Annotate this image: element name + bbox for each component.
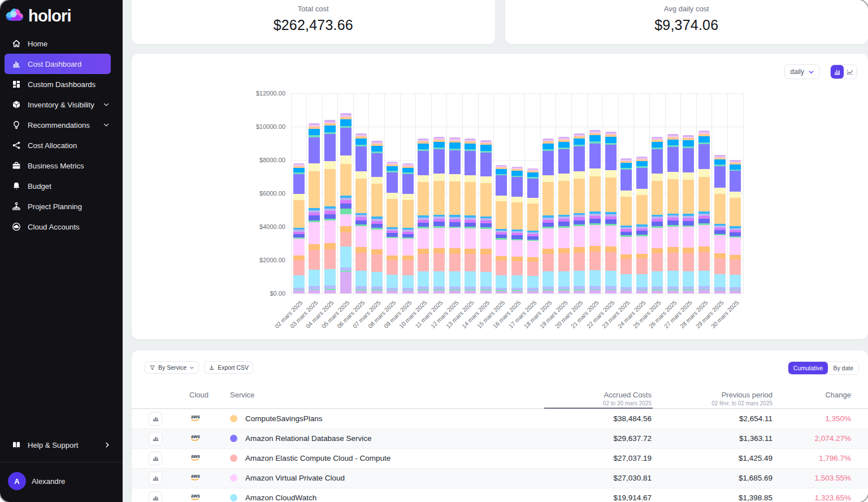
bar-segment-amazon-virtual-private-cloud	[387, 238, 398, 255]
row-chart-button[interactable]	[149, 452, 162, 465]
bar-20-mars-2025[interactable]	[574, 133, 585, 293]
x-gridline	[462, 93, 463, 293]
bar-segment-other-12	[605, 137, 617, 143]
bar-segment-other-4	[433, 248, 445, 254]
bar-24-mars-2025[interactable]	[636, 157, 648, 293]
chevron-down-icon	[102, 101, 110, 109]
bar-segment-other-4	[355, 247, 367, 253]
bar-02-mars-2025[interactable]	[293, 163, 305, 293]
bar-segment-amazon-cloudwatch	[324, 269, 336, 285]
sidebar-item-custom-dashboards[interactable]: Custom Dashboards	[0, 74, 123, 94]
previous-period-value: $1,685.69	[652, 474, 772, 482]
sidebar-item-cost-dashboard[interactable]: Cost Dashboard	[5, 54, 111, 74]
total-cost-value: $262,473.66	[132, 17, 495, 33]
brand-logo[interactable]: holori	[0, 0, 123, 31]
bar-segment-computesavingsplans	[698, 177, 710, 212]
bar-12-mars-2025[interactable]	[449, 137, 461, 293]
bar-segment-amazon-relational-database-service	[449, 150, 461, 175]
bar-segment-amazon-cloudwatch	[418, 271, 429, 286]
bar-23-mars-2025[interactable]	[620, 158, 632, 293]
bar-chart-toggle-button[interactable]	[831, 65, 844, 79]
bar-05-mars-2025[interactable]	[340, 113, 351, 293]
table-row-amazon-cloudwatch: awsAmazon CloudWatch$19,914.67$1,398.851…	[132, 488, 868, 502]
bar-segment-other-12	[465, 144, 476, 149]
bar-06-mars-2025[interactable]	[355, 133, 367, 293]
bar-17-mars-2025[interactable]	[527, 168, 539, 293]
bar-10-mars-2025[interactable]	[418, 139, 429, 293]
bar-segment-amazon-cloudwatch	[605, 271, 617, 286]
bar-30-mars-2025[interactable]	[730, 160, 741, 293]
group-by-service-button[interactable]: By Service	[145, 361, 199, 374]
bar-08-mars-2025[interactable]	[387, 162, 398, 293]
bar-segment-amazon-virtual-private-cloud	[449, 228, 461, 248]
bar-segment-amazon-virtual-private-cloud	[558, 228, 570, 248]
avg-daily-cost-label: Avg daily cost	[505, 5, 868, 13]
bar-18-mars-2025[interactable]	[542, 139, 554, 293]
bar-13-mars-2025[interactable]	[465, 139, 476, 293]
bar-03-mars-2025[interactable]	[309, 123, 320, 293]
bar-14-mars-2025[interactable]	[480, 140, 492, 293]
bar-segment-other-4	[324, 243, 336, 249]
by-date-tab[interactable]: By date	[828, 362, 858, 374]
bar-segment-amazon-relational-database-service	[527, 179, 539, 198]
sidebar-item-recommendations[interactable]: Recommendations	[0, 115, 123, 135]
bar-26-mars-2025[interactable]	[667, 134, 679, 293]
x-gridline	[540, 93, 541, 293]
row-chart-button[interactable]	[149, 412, 162, 426]
bar-chart-icon	[12, 59, 21, 68]
bar-22-mars-2025[interactable]	[605, 132, 617, 293]
bar-segment-other-1	[402, 291, 414, 293]
service-color-dot	[230, 415, 237, 422]
bar-segment-other-12	[480, 145, 492, 150]
row-chart-button[interactable]	[149, 432, 162, 445]
cumulative-tab[interactable]: Cumulative	[788, 362, 828, 374]
sidebar-item-help-support[interactable]: Help & Support	[0, 435, 123, 455]
bar-16-mars-2025[interactable]	[511, 167, 523, 293]
bar-28-mars-2025[interactable]	[698, 131, 710, 293]
bar-segment-other-4	[480, 249, 492, 254]
bar-segment-other-10	[527, 198, 539, 204]
bar-segment-other-12	[527, 172, 539, 177]
sidebar-item-inventory-visibility[interactable]: Inventory & Visibility	[0, 94, 123, 115]
bar-15-mars-2025[interactable]	[496, 165, 507, 293]
bar-29-mars-2025[interactable]	[714, 155, 726, 293]
bar-segment-other-1	[511, 291, 523, 293]
bar-segment-computesavingsplans	[340, 164, 351, 196]
sidebar: holori HomeCost DashboardCustom Dashboar…	[0, 0, 123, 502]
col-change[interactable]: Change	[772, 391, 851, 400]
x-gridline	[478, 93, 479, 293]
bar-segment-other-1	[636, 291, 648, 293]
sidebar-item-cloud-accounts[interactable]: Cloud Accounts	[0, 217, 123, 237]
sidebar-item-project-planning[interactable]: Project Planning	[0, 196, 123, 217]
col-previous[interactable]: Previous period	[652, 391, 772, 400]
sidebar-item-budget[interactable]: Budget	[0, 176, 123, 196]
bar-segment-other-10	[324, 161, 336, 169]
bar-segment-other-4	[527, 257, 539, 262]
bar-21-mars-2025[interactable]	[589, 130, 601, 293]
sidebar-item-business-metrics[interactable]: Business Metrics	[0, 155, 123, 176]
bar-04-mars-2025[interactable]	[324, 120, 336, 293]
bar-09-mars-2025[interactable]	[402, 163, 414, 293]
change-value: 1,503.55%	[772, 474, 851, 482]
cube-icon	[12, 100, 21, 109]
bar-25-mars-2025[interactable]	[652, 137, 663, 293]
export-csv-button[interactable]: Export CSV	[204, 361, 253, 374]
sidebar-item-home[interactable]: Home	[0, 33, 123, 54]
col-accrued[interactable]: Accrued Costs	[488, 391, 652, 400]
book-icon	[12, 440, 21, 449]
sidebar-item-cost-allocation[interactable]: Cost Allocation	[0, 135, 123, 155]
bar-07-mars-2025[interactable]	[371, 141, 383, 293]
bar-segment-amazon-elastic-compute-cloud-compute	[324, 249, 336, 269]
bar-segment-other-6	[714, 230, 726, 234]
bar-segment-other-1	[371, 291, 383, 293]
line-chart-toggle-button[interactable]	[844, 65, 857, 79]
bar-27-mars-2025[interactable]	[683, 135, 694, 293]
bar-11-mars-2025[interactable]	[433, 137, 445, 293]
bar-19-mars-2025[interactable]	[558, 137, 570, 293]
user-menu[interactable]: A Alexandre	[0, 462, 123, 502]
row-chart-button[interactable]	[149, 471, 162, 485]
granularity-select[interactable]: daily	[784, 64, 820, 79]
row-chart-button[interactable]	[149, 491, 162, 502]
bar-segment-other-6	[620, 232, 632, 236]
chevron-down-icon	[808, 69, 814, 75]
